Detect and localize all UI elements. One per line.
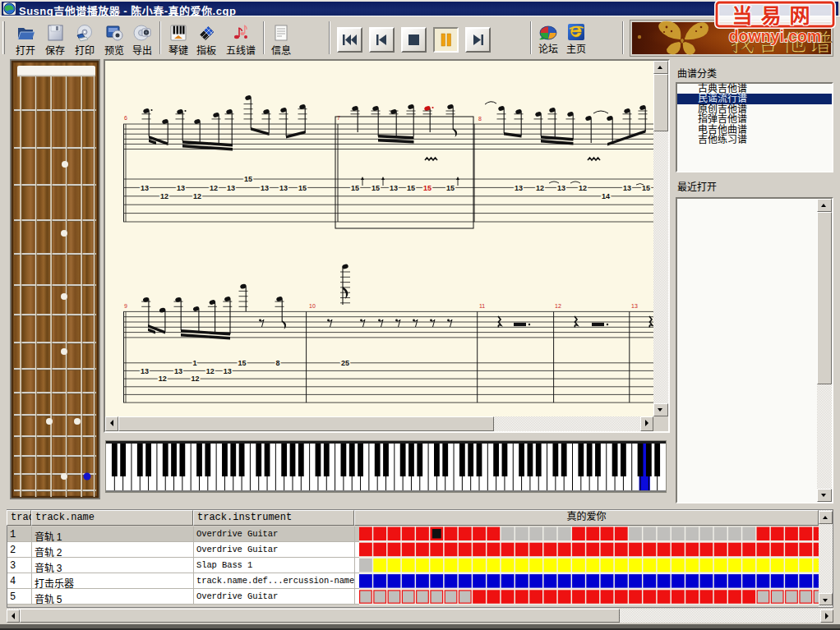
svg-text:13: 13: [279, 184, 288, 192]
svg-text:13: 13: [141, 184, 149, 192]
svg-text:10: 10: [309, 303, 316, 309]
svg-text:15: 15: [238, 359, 246, 367]
svg-text:8: 8: [478, 116, 482, 122]
svg-text:13: 13: [631, 303, 638, 309]
svg-text:15: 15: [298, 184, 307, 192]
svg-text:7: 7: [337, 115, 340, 121]
svg-text:11: 11: [479, 303, 485, 309]
svg-text:12: 12: [210, 184, 218, 192]
svg-text:13: 13: [141, 367, 149, 375]
svg-text:13: 13: [623, 184, 631, 192]
svg-text:13: 13: [227, 184, 235, 192]
svg-text:12: 12: [160, 192, 168, 200]
svg-text:12: 12: [206, 367, 215, 375]
svg-text:13: 13: [174, 367, 182, 375]
svg-text:12: 12: [555, 303, 561, 309]
svg-text:13: 13: [557, 184, 565, 192]
svg-text:14: 14: [602, 192, 610, 200]
svg-text:15: 15: [244, 175, 252, 183]
svg-text:15: 15: [423, 184, 432, 192]
svg-text:12: 12: [191, 375, 199, 383]
svg-text:downyi.com: downyi.com: [729, 27, 822, 45]
svg-text:13: 13: [515, 184, 523, 192]
svg-text:8: 8: [275, 359, 279, 367]
svg-text:12: 12: [159, 375, 167, 383]
svg-text:15: 15: [446, 184, 455, 192]
svg-text:12: 12: [536, 184, 544, 192]
svg-text:15: 15: [351, 184, 359, 192]
svg-text:25: 25: [341, 359, 349, 367]
svg-text:13: 13: [261, 184, 269, 192]
svg-text:15: 15: [407, 184, 415, 192]
svg-text:13: 13: [390, 184, 398, 192]
svg-text:15: 15: [372, 184, 380, 192]
svg-text:13: 13: [224, 367, 232, 375]
svg-text:12: 12: [193, 192, 201, 200]
svg-text:1: 1: [192, 359, 196, 367]
svg-text:9: 9: [124, 303, 127, 309]
svg-text:13: 13: [177, 184, 185, 192]
svg-text:6: 6: [124, 115, 127, 121]
svg-text:当易网: 当易网: [732, 0, 818, 29]
svg-text:12: 12: [579, 184, 587, 192]
